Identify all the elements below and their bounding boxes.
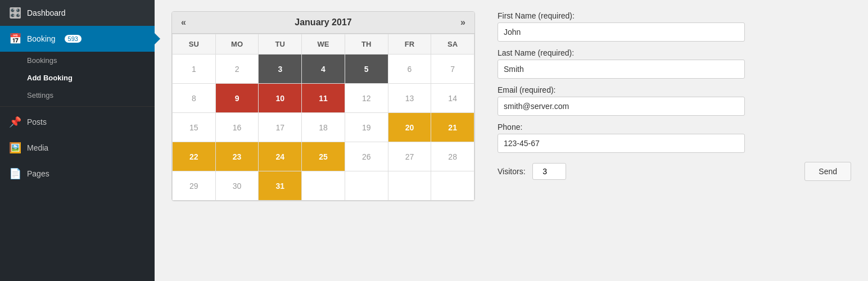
calendar-day[interactable]: 21 <box>431 113 474 142</box>
calendar-day[interactable]: 6 <box>388 55 432 84</box>
sidebar-label-dashboard: Dashboard <box>27 8 66 17</box>
visitors-row: Visitors: Send <box>498 162 851 181</box>
calendar-day[interactable]: 26 <box>345 142 388 171</box>
sidebar: 🎛️ Dashboard 📅 Booking 593 Bookings Add … <box>0 0 155 281</box>
pages-icon: 📄 <box>9 167 21 180</box>
calendar-day <box>431 171 474 201</box>
media-icon: 🖼️ <box>9 142 21 154</box>
email-group: Email (required): <box>498 85 851 116</box>
sidebar-item-dashboard[interactable]: 🎛️ Dashboard <box>0 0 155 26</box>
main-content: « January 2017 » SUMOTUWETHFRSA123456789… <box>155 0 868 281</box>
sidebar-label-booking: Booking <box>27 34 56 43</box>
first-name-label: First Name (required): <box>498 11 851 20</box>
sidebar-item-booking[interactable]: 📅 Booking 593 <box>0 26 155 52</box>
calendar-day[interactable]: 27 <box>388 142 432 171</box>
calendar-day[interactable]: 19 <box>345 113 388 142</box>
calendar-day[interactable]: 29 <box>173 171 216 201</box>
send-button[interactable]: Send <box>804 162 851 181</box>
calendar-day-header: SU <box>173 34 216 55</box>
calendar-day[interactable]: 12 <box>345 84 388 113</box>
calendar-day[interactable]: 13 <box>388 84 432 113</box>
calendar-day-header: TH <box>345 34 388 55</box>
sidebar-item-add-booking[interactable]: Add Booking <box>0 69 155 87</box>
calendar-day-header: TU <box>259 34 302 55</box>
phone-label: Phone: <box>498 123 851 132</box>
calendar-day-header: FR <box>388 34 432 55</box>
last-name-group: Last Name (required): <box>498 48 851 79</box>
calendar-day[interactable]: 10 <box>259 84 302 113</box>
calendar-day[interactable]: 3 <box>259 55 302 84</box>
last-name-label: Last Name (required): <box>498 48 851 57</box>
calendar-day[interactable]: 4 <box>302 55 345 84</box>
last-name-input[interactable] <box>498 60 745 79</box>
calendar-day <box>302 171 345 201</box>
calendar-day-header: SA <box>431 34 474 55</box>
sidebar-label-pages: Pages <box>27 169 49 178</box>
booking-submenu: Bookings Add Booking Settings <box>0 52 155 104</box>
sidebar-item-pages[interactable]: 📄 Pages <box>0 161 155 187</box>
dashboard-icon: 🎛️ <box>9 7 21 19</box>
calendar-day-header: WE <box>302 34 345 55</box>
calendar-grid: SUMOTUWETHFRSA12345678910111213141516171… <box>172 34 474 201</box>
booking-badge: 593 <box>64 34 83 44</box>
calendar-day[interactable]: 31 <box>259 171 302 201</box>
calendar-day[interactable]: 17 <box>259 113 302 142</box>
visitors-input[interactable] <box>532 163 566 180</box>
calendar-day[interactable]: 7 <box>431 55 474 84</box>
sidebar-label-media: Media <box>27 143 48 152</box>
calendar-day[interactable]: 5 <box>345 55 388 84</box>
calendar-day <box>388 171 432 201</box>
calendar-day-header: MO <box>216 34 259 55</box>
calendar-day[interactable]: 25 <box>302 142 345 171</box>
calendar-day[interactable]: 20 <box>388 113 432 142</box>
phone-input[interactable] <box>498 134 745 153</box>
sidebar-item-media[interactable]: 🖼️ Media <box>0 135 155 161</box>
first-name-group: First Name (required): <box>498 11 851 42</box>
phone-group: Phone: <box>498 123 851 153</box>
sidebar-label-posts: Posts <box>27 117 47 126</box>
calendar-day[interactable]: 14 <box>431 84 474 113</box>
form-panel: First Name (required): Last Name (requir… <box>498 11 851 270</box>
calendar-day[interactable]: 2 <box>216 55 259 84</box>
booking-icon: 📅 <box>9 33 21 45</box>
calendar: « January 2017 » SUMOTUWETHFRSA123456789… <box>171 11 475 201</box>
calendar-day[interactable]: 9 <box>216 84 259 113</box>
calendar-next[interactable]: » <box>460 17 465 28</box>
calendar-day[interactable]: 23 <box>216 142 259 171</box>
email-label: Email (required): <box>498 85 851 94</box>
calendar-day[interactable]: 28 <box>431 142 474 171</box>
calendar-prev[interactable]: « <box>181 17 186 28</box>
calendar-day[interactable]: 30 <box>216 171 259 201</box>
calendar-day[interactable]: 16 <box>216 113 259 142</box>
posts-icon: 📌 <box>9 116 21 128</box>
first-name-input[interactable] <box>498 22 745 42</box>
sidebar-item-bookings[interactable]: Bookings <box>0 52 155 69</box>
calendar-day <box>345 171 388 201</box>
calendar-day[interactable]: 24 <box>259 142 302 171</box>
calendar-day[interactable]: 8 <box>173 84 216 113</box>
calendar-day[interactable]: 15 <box>173 113 216 142</box>
calendar-title: January 2017 <box>295 17 351 28</box>
sidebar-item-posts[interactable]: 📌 Posts <box>0 109 155 135</box>
sidebar-item-settings[interactable]: Settings <box>0 87 155 104</box>
calendar-day[interactable]: 1 <box>173 55 216 84</box>
calendar-header: « January 2017 » <box>172 12 474 34</box>
email-input[interactable] <box>498 97 745 116</box>
visitors-label: Visitors: <box>498 167 526 176</box>
calendar-day[interactable]: 11 <box>302 84 345 113</box>
sidebar-divider <box>0 106 155 107</box>
calendar-day[interactable]: 18 <box>302 113 345 142</box>
calendar-day[interactable]: 22 <box>173 142 216 171</box>
